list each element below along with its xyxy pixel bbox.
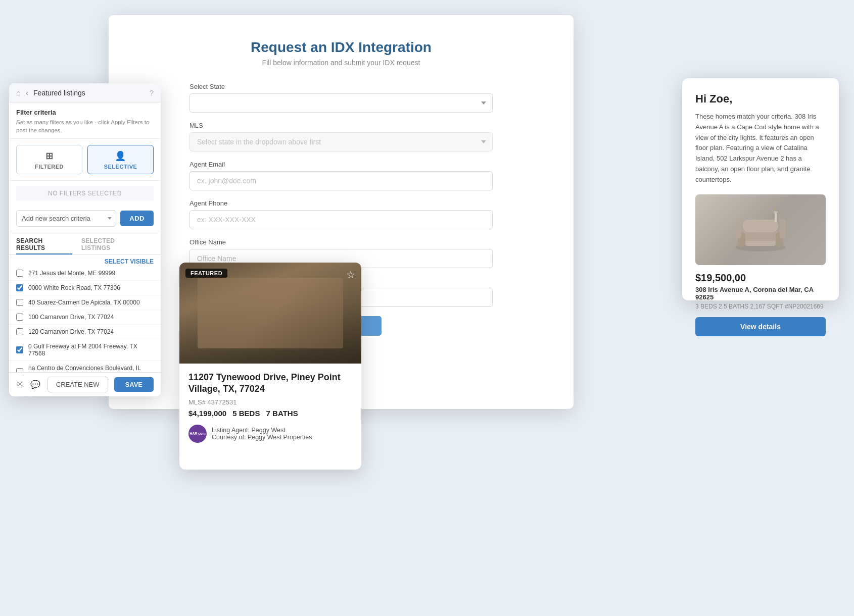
list-item: 0 Gulf Freeway at FM 2004 Freeway, TX 77… bbox=[9, 339, 161, 361]
idx-panel-title: Request an IDX Integration bbox=[139, 39, 543, 56]
mls-group: MLS Select state in the dropdown above f… bbox=[189, 122, 493, 151]
list-item: 40 Suarez-Carmen De Apicala, TX 00000 bbox=[9, 295, 161, 310]
filter-criteria-title: Filter criteria bbox=[16, 109, 154, 116]
office-name-label: Office Name bbox=[189, 238, 493, 246]
property-card: FEATURED ☆ 11207 Tynewood Drive, Piney P… bbox=[179, 263, 361, 470]
idx-panel-subtitle: Fill below information and submit your I… bbox=[139, 59, 543, 67]
featured-badge: FEATURED bbox=[185, 269, 227, 278]
email-price: $19,500,00 bbox=[695, 272, 826, 284]
listing-checkbox[interactable] bbox=[16, 314, 23, 321]
list-item: 100 Carnarvon Drive, TX 77024 bbox=[9, 310, 161, 325]
favorite-icon[interactable]: ☆ bbox=[346, 269, 355, 281]
listing-address: 100 Carnarvon Drive, TX 77024 bbox=[28, 314, 114, 321]
svg-rect-4 bbox=[745, 241, 776, 246]
listing-address: 0000 White Rock Road, TX 77306 bbox=[28, 284, 120, 291]
select-state-label: Select State bbox=[189, 83, 493, 90]
email-details: 3 BEDS 2.5 BATHS 2,167 SQFT #NP20021669 bbox=[695, 303, 826, 310]
filter-criteria-section: Filter criteria Set as many filters as y… bbox=[9, 102, 161, 139]
create-new-button[interactable]: CREATE NEW bbox=[48, 377, 108, 392]
price-beds-baths: $4,199,000 5 BEDS 7 BATHS bbox=[188, 409, 352, 418]
add-search-row: Add new search criteria ADD bbox=[9, 206, 161, 231]
property-info: 11207 Tynewood Drive, Piney Point Villag… bbox=[179, 364, 361, 449]
panel-footer: 👁 💬 CREATE NEW SAVE bbox=[9, 372, 161, 396]
email-body: These homes match your criteria. 308 Iri… bbox=[695, 112, 826, 185]
chair-svg bbox=[730, 204, 791, 255]
select-state-dropdown[interactable] bbox=[189, 93, 493, 113]
property-address: 11207 Tynewood Drive, Piney Point Villag… bbox=[188, 372, 352, 395]
filter-type-filtered[interactable]: ⊞ FILTERED bbox=[16, 145, 82, 174]
listing-checkbox[interactable] bbox=[16, 299, 23, 306]
property-image-wrap: FEATURED ☆ bbox=[179, 263, 361, 364]
svg-rect-8 bbox=[775, 212, 777, 222]
no-filters-label: NO FILTERS SELECTED bbox=[16, 186, 154, 201]
view-details-button[interactable]: View details bbox=[695, 317, 826, 336]
person-icon: 👤 bbox=[88, 150, 153, 162]
email-panel: Hi Zoe, These homes match your criteria.… bbox=[682, 78, 839, 300]
filter-criteria-desc: Set as many filters as you like - click … bbox=[16, 118, 154, 134]
panel-header: ⌂ ‹ Featured listings ? bbox=[9, 83, 161, 102]
listing-address: 271 Jesus del Monte, ME 99999 bbox=[28, 270, 115, 277]
agent-info: Listing Agent: Peggy West Courtesy of: P… bbox=[212, 427, 312, 441]
svg-rect-7 bbox=[780, 219, 786, 239]
mls-label: MLS bbox=[189, 122, 493, 129]
home-image-wrap bbox=[695, 194, 826, 265]
mls-dropdown[interactable]: Select state in the dropdown above first bbox=[189, 132, 493, 151]
filter-type-selective[interactable]: 👤 SELECTIVE bbox=[87, 145, 154, 174]
list-item: 120 Carnarvon Drive, TX 77024 bbox=[9, 325, 161, 339]
agent-email-input[interactable] bbox=[189, 171, 493, 190]
listing-checkbox[interactable] bbox=[16, 284, 23, 291]
svg-point-9 bbox=[774, 211, 778, 213]
filter-icon: ⊞ bbox=[17, 150, 82, 162]
tabs-row: SEARCH RESULTS SELECTED LISTINGS bbox=[9, 231, 161, 255]
agent-phone-label: Agent Phone bbox=[189, 199, 493, 207]
listing-address: 0 Gulf Freeway at FM 2004 Freeway, TX 77… bbox=[28, 343, 154, 357]
agent-name: Listing Agent: Peggy West bbox=[212, 427, 312, 434]
home-icon[interactable]: ⌂ bbox=[16, 88, 21, 97]
add-search-select[interactable]: Add new search criteria bbox=[16, 210, 116, 227]
listing-checkbox[interactable] bbox=[16, 328, 23, 335]
featured-listings-panel: ⌂ ‹ Featured listings ? Filter criteria … bbox=[9, 83, 161, 396]
listing-address: 120 Carnarvon Drive, TX 77024 bbox=[28, 328, 114, 335]
list-item: 271 Jesus del Monte, ME 99999 bbox=[9, 266, 161, 281]
tab-search-results[interactable]: SEARCH RESULTS bbox=[16, 235, 72, 254]
email-address: 308 Iris Avenue A, Corona del Mar, CA 92… bbox=[695, 286, 826, 301]
agent-email-label: Agent Email bbox=[189, 161, 493, 168]
select-visible-link[interactable]: SELECT VISIBLE bbox=[9, 255, 161, 266]
panel-title: Featured listings bbox=[33, 89, 145, 97]
add-button[interactable]: ADD bbox=[120, 211, 154, 226]
svg-rect-5 bbox=[743, 220, 778, 232]
agent-row: HAR com Listing Agent: Peggy West Courte… bbox=[188, 425, 352, 443]
agent-phone-group: Agent Phone bbox=[189, 199, 493, 229]
home-image-placeholder bbox=[695, 194, 826, 265]
select-state-group: Select State bbox=[189, 83, 493, 113]
save-button[interactable]: SAVE bbox=[114, 377, 154, 392]
agent-email-group: Agent Email bbox=[189, 161, 493, 190]
email-greeting: Hi Zoe, bbox=[695, 92, 826, 106]
comment-icon[interactable]: 💬 bbox=[30, 380, 40, 389]
agent-courtesy: Courtesy of: Peggy West Properties bbox=[212, 434, 312, 441]
mls-number: MLS# 43772531 bbox=[188, 398, 352, 406]
listing-checkbox[interactable] bbox=[16, 270, 23, 277]
eye-off-icon[interactable]: 👁 bbox=[16, 380, 24, 389]
back-icon[interactable]: ‹ bbox=[26, 88, 28, 97]
help-icon[interactable]: ? bbox=[150, 88, 154, 97]
filter-type-row: ⊞ FILTERED 👤 SELECTIVE bbox=[9, 139, 161, 181]
listing-address: 40 Suarez-Carmen De Apicala, TX 00000 bbox=[28, 299, 140, 306]
listing-checkbox[interactable] bbox=[16, 346, 23, 353]
agent-phone-input[interactable] bbox=[189, 210, 493, 229]
tab-selected-listings[interactable]: SELECTED LISTINGS bbox=[81, 235, 145, 254]
idx-panel-header: Request an IDX Integration Fill below in… bbox=[109, 15, 574, 83]
agent-avatar: HAR com bbox=[188, 425, 207, 443]
svg-rect-6 bbox=[735, 219, 741, 239]
list-item: 0000 White Rock Road, TX 77306 bbox=[9, 281, 161, 295]
